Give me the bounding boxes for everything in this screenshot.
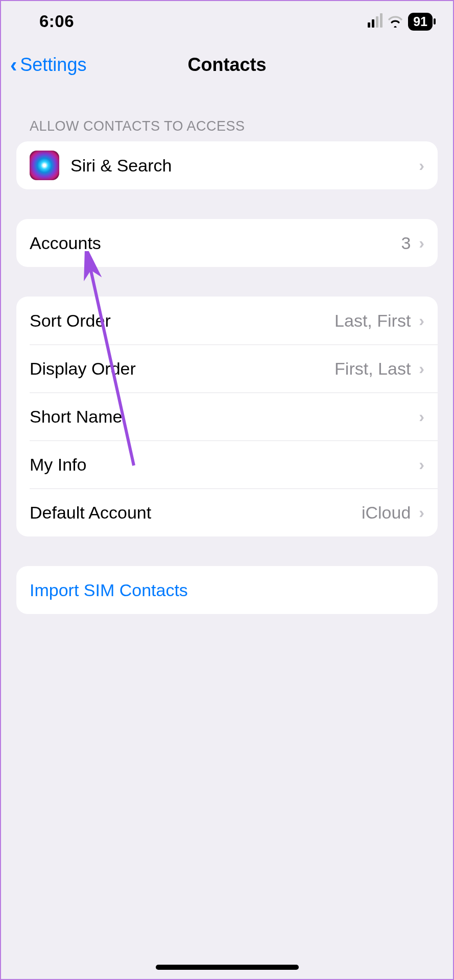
- row-sort-order[interactable]: Sort Order Last, First ›: [16, 297, 438, 345]
- back-label: Settings: [20, 54, 86, 76]
- group-display-options: Sort Order Last, First › Display Order F…: [16, 297, 438, 536]
- row-label: Default Account: [30, 503, 151, 523]
- row-accounts[interactable]: Accounts 3 ›: [16, 219, 438, 267]
- row-label: Short Name: [30, 407, 122, 427]
- chevron-right-icon: ›: [419, 407, 424, 426]
- row-value: iCloud: [362, 503, 411, 523]
- chevron-right-icon: ›: [419, 503, 424, 522]
- nav-header: ‹ Settings Contacts: [1, 42, 453, 88]
- section-header-access: ALLOW CONTACTS TO ACCESS: [30, 118, 438, 134]
- battery-icon: 91: [408, 13, 433, 31]
- row-my-info[interactable]: My Info ›: [16, 440, 438, 488]
- row-label: Siri & Search: [70, 156, 172, 176]
- chevron-right-icon: ›: [419, 455, 424, 474]
- back-button[interactable]: ‹ Settings: [10, 54, 86, 76]
- chevron-right-icon: ›: [419, 156, 424, 175]
- row-label: Import SIM Contacts: [30, 580, 188, 600]
- home-indicator[interactable]: [156, 965, 299, 970]
- page-title: Contacts: [187, 54, 266, 76]
- row-value: 3: [401, 233, 411, 253]
- chevron-left-icon: ‹: [10, 55, 17, 75]
- status-bar: 6:06 91: [1, 1, 453, 42]
- cellular-icon: [368, 15, 383, 28]
- group-siri: Siri & Search ›: [16, 141, 438, 189]
- chevron-right-icon: ›: [419, 359, 424, 378]
- row-short-name[interactable]: Short Name ›: [16, 393, 438, 440]
- chevron-right-icon: ›: [419, 311, 424, 330]
- wifi-icon: [388, 15, 403, 28]
- row-default-account[interactable]: Default Account iCloud ›: [16, 488, 438, 536]
- group-accounts: Accounts 3 ›: [16, 219, 438, 267]
- group-import: Import SIM Contacts: [16, 566, 438, 614]
- row-label: Sort Order: [30, 311, 111, 331]
- status-indicators: 91: [368, 13, 433, 31]
- status-time: 6:06: [39, 12, 74, 31]
- row-label: Accounts: [30, 233, 101, 253]
- row-display-order[interactable]: Display Order First, Last ›: [16, 345, 438, 393]
- row-label: My Info: [30, 455, 86, 475]
- chevron-right-icon: ›: [419, 234, 424, 253]
- row-value: Last, First: [334, 311, 411, 331]
- siri-icon: [30, 151, 59, 180]
- row-value: First, Last: [334, 359, 411, 379]
- row-label: Display Order: [30, 359, 136, 379]
- row-import-sim[interactable]: Import SIM Contacts: [16, 566, 438, 614]
- row-siri-search[interactable]: Siri & Search ›: [16, 141, 438, 189]
